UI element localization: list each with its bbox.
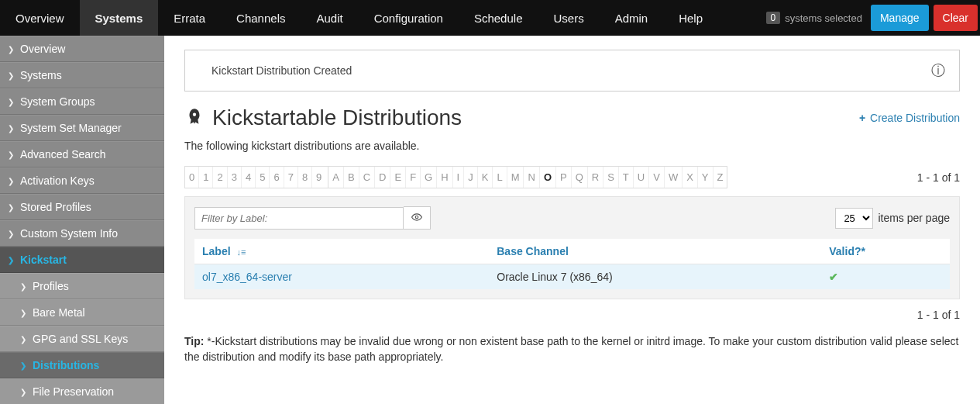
distributions-table: Label ↓≡ Base Channel Valid?* ol7_x86_64… bbox=[194, 239, 950, 289]
alpha-z[interactable]: Z bbox=[714, 167, 727, 188]
alpha-j[interactable]: J bbox=[464, 167, 478, 188]
nav-overview[interactable]: Overview bbox=[0, 0, 80, 36]
sidebar-item-activation-keys[interactable]: ❯Activation Keys bbox=[0, 167, 164, 194]
chevron-right-icon: ❯ bbox=[20, 361, 26, 370]
manage-button[interactable]: Manage bbox=[871, 5, 929, 31]
tip-text: Tip: *-Kickstart distributions may be in… bbox=[184, 333, 960, 365]
sidebar-item-label: System Groups bbox=[20, 95, 95, 108]
alpha-q[interactable]: Q bbox=[572, 167, 588, 188]
nav-users[interactable]: Users bbox=[538, 0, 599, 36]
alpha-a[interactable]: A bbox=[328, 167, 344, 188]
valid-cell: ✔ bbox=[821, 264, 950, 290]
sidebar-item-system-set-manager[interactable]: ❯System Set Manager bbox=[0, 115, 164, 141]
alpha-o[interactable]: O bbox=[540, 167, 556, 188]
alpha-x[interactable]: X bbox=[683, 167, 698, 188]
base-channel-cell: Oracle Linux 7 (x86_64) bbox=[489, 264, 821, 290]
page-description: The following kickstart distributions ar… bbox=[184, 140, 960, 152]
alpha-p[interactable]: P bbox=[556, 167, 572, 188]
chevron-right-icon: ❯ bbox=[8, 177, 14, 185]
nav-help[interactable]: Help bbox=[663, 0, 718, 36]
alpha-1[interactable]: 1 bbox=[199, 167, 213, 188]
alpha-t[interactable]: T bbox=[619, 167, 634, 188]
alpha-9[interactable]: 9 bbox=[312, 167, 328, 188]
filter-apply-button[interactable] bbox=[404, 206, 431, 230]
plus-icon: + bbox=[859, 112, 865, 124]
alpha-8[interactable]: 8 bbox=[298, 167, 312, 188]
systems-selected[interactable]: 0systems selected bbox=[766, 0, 868, 36]
alpha-0[interactable]: 0 bbox=[185, 167, 199, 188]
nav-configuration[interactable]: Configuration bbox=[359, 0, 459, 36]
sidebar-item-overview[interactable]: ❯Overview bbox=[0, 36, 164, 62]
chevron-right-icon: ❯ bbox=[20, 282, 26, 291]
sidebar-item-advanced-search[interactable]: ❯Advanced Search bbox=[0, 141, 164, 167]
sidebar-item-label: System Set Manager bbox=[20, 122, 122, 134]
alpha-2[interactable]: 2 bbox=[213, 167, 227, 188]
nav-admin[interactable]: Admin bbox=[600, 0, 664, 36]
clear-button[interactable]: Clear bbox=[934, 5, 978, 31]
nav-schedule[interactable]: Schedule bbox=[459, 0, 538, 36]
alpha-l[interactable]: L bbox=[493, 167, 507, 188]
alpha-6[interactable]: 6 bbox=[270, 167, 284, 188]
create-distribution-label: Create Distribution bbox=[870, 112, 960, 124]
alpha-5[interactable]: 5 bbox=[256, 167, 270, 188]
sidebar-item-label: Systems bbox=[20, 69, 62, 81]
col-label[interactable]: Label ↓≡ bbox=[194, 239, 489, 264]
sidebar-item-distributions[interactable]: ❯Distributions bbox=[0, 352, 164, 378]
page-title: Kickstartable Distributions bbox=[212, 105, 462, 130]
table-container: 25 items per page Label ↓≡ Base Channel bbox=[184, 196, 960, 299]
sidebar-item-custom-system-info[interactable]: ❯Custom System Info bbox=[0, 220, 164, 247]
sidebar-item-profiles[interactable]: ❯Profiles bbox=[0, 273, 164, 299]
alpha-3[interactable]: 3 bbox=[228, 167, 242, 188]
filter-by-label-input[interactable] bbox=[194, 207, 404, 230]
result-range-bottom: 1 - 1 of 1 bbox=[917, 309, 960, 321]
alpha-d[interactable]: D bbox=[375, 167, 390, 188]
systems-selected-label: systems selected bbox=[785, 12, 862, 24]
sidebar-item-label: Custom System Info bbox=[20, 227, 118, 240]
alpha-n[interactable]: N bbox=[524, 167, 539, 188]
table-row: ol7_x86_64-serverOracle Linux 7 (x86_64)… bbox=[194, 264, 950, 290]
sidebar-item-gpg-and-ssl-keys[interactable]: ❯GPG and SSL Keys bbox=[0, 326, 164, 352]
alert-message: Kickstart Distribution Created bbox=[199, 64, 931, 77]
nav-systems[interactable]: Systems bbox=[80, 0, 159, 36]
alpha-e[interactable]: E bbox=[390, 167, 406, 188]
alpha-w[interactable]: W bbox=[665, 167, 683, 188]
sidebar-item-label: Bare Metal bbox=[33, 306, 85, 319]
sidebar-item-systems[interactable]: ❯Systems bbox=[0, 62, 164, 88]
alpha-i[interactable]: I bbox=[453, 167, 465, 188]
sidebar-item-kickstart[interactable]: ❯Kickstart bbox=[0, 247, 164, 273]
create-distribution-link[interactable]: + Create Distribution bbox=[859, 112, 960, 124]
items-per-page-label: items per page bbox=[878, 212, 950, 224]
alpha-r[interactable]: R bbox=[588, 167, 603, 188]
svg-point-0 bbox=[415, 216, 418, 219]
sidebar-item-bare-metal[interactable]: ❯Bare Metal bbox=[0, 299, 164, 326]
nav-channels[interactable]: Channels bbox=[221, 0, 301, 36]
alpha-b[interactable]: B bbox=[344, 167, 359, 188]
alpha-s[interactable]: S bbox=[603, 167, 619, 188]
sidebar-item-system-groups[interactable]: ❯System Groups bbox=[0, 88, 164, 115]
alpha-f[interactable]: F bbox=[406, 167, 421, 188]
alpha-v[interactable]: V bbox=[649, 167, 665, 188]
page-header: Kickstartable Distributions + Create Dis… bbox=[184, 105, 960, 130]
sidebar-item-stored-profiles[interactable]: ❯Stored Profiles bbox=[0, 194, 164, 220]
col-base-channel[interactable]: Base Channel bbox=[489, 239, 821, 264]
alpha-7[interactable]: 7 bbox=[284, 167, 298, 188]
distribution-link[interactable]: ol7_x86_64-server bbox=[202, 271, 292, 283]
info-icon: ⓘ bbox=[931, 61, 945, 80]
alpha-4[interactable]: 4 bbox=[242, 167, 256, 188]
sidebar-item-label: Overview bbox=[20, 43, 65, 55]
nav-errata[interactable]: Errata bbox=[158, 0, 221, 36]
alpha-h[interactable]: H bbox=[437, 167, 452, 188]
alpha-c[interactable]: C bbox=[359, 167, 375, 188]
sidebar-item-label: Activation Keys bbox=[20, 174, 95, 187]
sidebar: ❯Overview❯Systems❯System Groups❯System S… bbox=[0, 36, 164, 404]
items-per-page-select[interactable]: 25 bbox=[835, 208, 873, 229]
nav-audit[interactable]: Audit bbox=[301, 0, 358, 36]
alpha-m[interactable]: M bbox=[507, 167, 524, 188]
alpha-u[interactable]: U bbox=[634, 167, 649, 188]
sidebar-item-file-preservation[interactable]: ❯File Preservation bbox=[0, 378, 164, 404]
alpha-y[interactable]: Y bbox=[698, 167, 714, 188]
alpha-k[interactable]: K bbox=[478, 167, 493, 188]
col-valid[interactable]: Valid?* bbox=[821, 239, 950, 264]
alpha-g[interactable]: G bbox=[421, 167, 437, 188]
alpha-pager: 0123456789ABCDEFGHIJKLMNOPQRSTUVWXYZ bbox=[184, 166, 727, 188]
